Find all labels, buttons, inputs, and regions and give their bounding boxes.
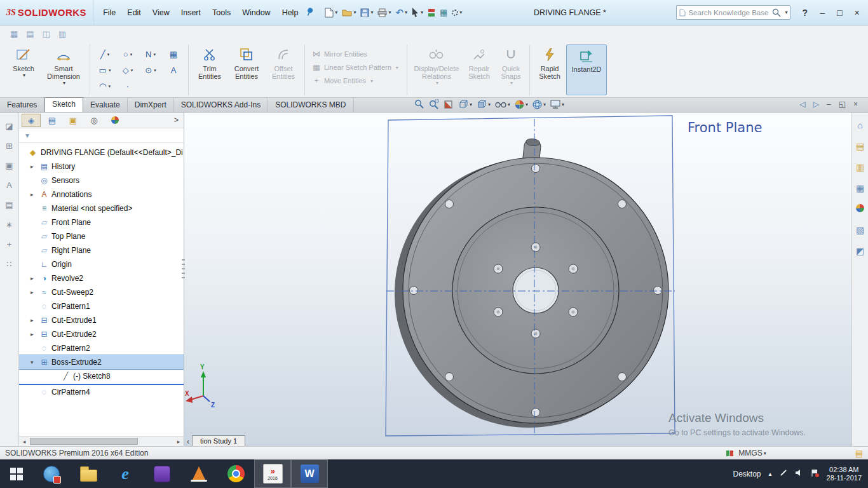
polygon-tool-button[interactable]: ◇▾ <box>116 62 139 78</box>
dimxpert-manager-tab[interactable]: ◎ <box>85 114 104 127</box>
mini-toolbar-icon-4[interactable]: ▥ <box>58 29 66 39</box>
menu-tools[interactable]: Tools <box>207 6 236 20</box>
volume-icon[interactable] <box>795 469 803 478</box>
search-icon[interactable] <box>772 8 781 17</box>
line-tool-button[interactable]: ╱▾ <box>93 46 116 62</box>
point-tool-button[interactable]: · <box>116 78 139 94</box>
dock-tool-8-icon[interactable]: ∷ <box>6 259 11 269</box>
taskbar-app-solidworks-2016[interactable]: »2016 <box>254 459 291 488</box>
tree-item-revolve2[interactable]: ▸◑Revolve2 <box>19 271 184 285</box>
tree-item-cirpattern2[interactable]: ◌CirPattern2 <box>19 341 184 355</box>
open-button[interactable]: ▾ <box>341 7 357 18</box>
desktop-label[interactable]: Desktop <box>733 470 761 478</box>
flange-model[interactable]: Front Plane Y X Z <box>184 112 851 446</box>
view-orientation-button[interactable]: ▾ <box>458 99 472 109</box>
trim-entities-button[interactable]: Trim Entities <box>192 44 227 95</box>
search-input[interactable] <box>688 9 770 17</box>
mini-toolbar-icon-1[interactable]: ▦ <box>10 29 18 39</box>
maximize-button[interactable]: □ <box>831 6 848 19</box>
ellipse-caret-icon[interactable]: ▾ <box>154 68 156 73</box>
tree-item-cut-sweep2[interactable]: ▸≈Cut-Sweep2 <box>19 285 184 299</box>
dock-tool-6-icon[interactable]: ∗ <box>6 220 13 229</box>
menu-view[interactable]: View <box>147 6 175 20</box>
tree-item-annotations[interactable]: ▸AAnnotations <box>19 187 184 201</box>
center-bore[interactable] <box>513 268 559 313</box>
solidworks-forum-icon[interactable]: ◩ <box>856 246 864 256</box>
edit-appearance-caret-icon[interactable]: ▾ <box>526 102 528 107</box>
expand-arrow-icon[interactable]: ▾ <box>31 359 37 365</box>
expand-arrow-icon[interactable]: ▸ <box>31 275 37 281</box>
solidworks-resources-icon[interactable]: ⌂ <box>857 120 862 130</box>
tree-item-sketch8[interactable]: ╱(-) Sketch8 <box>19 369 184 383</box>
tree-item-origin[interactable]: ∟Origin <box>19 257 184 271</box>
print-caret-icon[interactable]: ▾ <box>388 10 391 15</box>
spline-caret-icon[interactable]: ▾ <box>153 52 156 57</box>
menu-help[interactable]: Help <box>276 6 304 20</box>
taskbar-app-internet-explorer[interactable]: e <box>107 459 144 488</box>
text-tool-button[interactable]: A <box>162 62 185 78</box>
filter-icon[interactable]: ▼ <box>24 132 31 139</box>
section-view-button[interactable] <box>444 99 454 109</box>
taskbar-app-vlc[interactable] <box>180 459 217 488</box>
graphics-area[interactable]: Front Plane Y X Z Activate Windows Go to… <box>184 112 851 446</box>
rectangle-tool-button[interactable]: ▭▾ <box>93 62 116 78</box>
taskbar-app-chrome[interactable] <box>217 459 254 488</box>
undo-caret-icon[interactable]: ▾ <box>405 10 407 15</box>
display-delete-relations-button[interactable]: Display/Delete Relations ▾ <box>410 44 463 95</box>
select-button[interactable]: ▾ <box>410 6 424 18</box>
tree-item-sensors[interactable]: ◎Sensors <box>19 173 184 187</box>
expand-arrow-icon[interactable]: ▸ <box>31 331 37 337</box>
arc-caret-icon[interactable]: ▾ <box>108 84 111 89</box>
circle-tool-button[interactable]: ○▾ <box>116 46 139 62</box>
panel-splitter-grip[interactable] <box>182 259 185 278</box>
tab-sketch[interactable]: Sketch <box>44 97 83 112</box>
arc-tool-button[interactable]: ◠▾ <box>93 78 116 94</box>
tree-item-right-plane[interactable]: ▱Right Plane <box>19 243 184 257</box>
tab-scroll-left-icon[interactable]: ‹ <box>184 437 192 446</box>
new-document-button[interactable]: ▾ <box>323 6 339 19</box>
tab-dimxpert[interactable]: DimXpert <box>128 98 174 112</box>
scroll-left-icon[interactable]: ◂ <box>19 438 29 445</box>
sketch-pattern-tool-button[interactable]: ▦ <box>162 46 185 62</box>
settings-gear-caret-icon[interactable]: ▾ <box>459 10 462 15</box>
tree-item-cirpattern4[interactable]: ◌CirPattern4 <box>19 385 184 399</box>
mini-toolbar-icon-3[interactable]: ◫ <box>43 29 50 39</box>
taskbar-app-file-explorer[interactable] <box>70 459 107 488</box>
edit-appearance-button[interactable]: ▾ <box>515 100 528 109</box>
motion-study-tab[interactable]: tion Study 1 <box>192 435 245 446</box>
tree-item-cut-extrude2[interactable]: ▸⊟Cut-Extrude2 <box>19 327 184 341</box>
move-entities-button[interactable]: +Move Entities▾ <box>312 76 400 85</box>
display-manager-tab[interactable] <box>105 114 125 127</box>
taskbar-app-globe-app[interactable] <box>33 459 70 488</box>
mirror-entities-button[interactable]: ⋈Mirror Entities <box>312 50 400 58</box>
pen-input-icon[interactable] <box>780 469 787 478</box>
restore-window-icon[interactable]: ◱ <box>839 100 846 109</box>
apply-scene-button[interactable]: ▾ <box>532 100 546 109</box>
linear-sketch-pattern-button[interactable]: ▦Linear Sketch Pattern▾ <box>312 63 400 72</box>
polygon-caret-icon[interactable]: ▾ <box>131 68 133 73</box>
expand-arrow-icon[interactable]: ▸ <box>31 191 37 198</box>
units-caret-icon[interactable]: ▾ <box>764 451 766 456</box>
zoom-to-area-button[interactable] <box>429 99 439 109</box>
rapid-sketch-button[interactable]: Rapid Sketch <box>533 44 566 95</box>
scrollbar-thumb[interactable] <box>30 438 138 445</box>
expand-arrow-icon[interactable]: ▸ <box>31 317 37 323</box>
close-window-icon[interactable]: × <box>853 100 858 109</box>
panel-horizontal-scrollbar[interactable]: ◂ ▸ <box>19 436 184 446</box>
menu-edit[interactable]: Edit <box>121 6 147 20</box>
ellipse-tool-button[interactable]: ⊙▾ <box>139 62 162 78</box>
tab-solidworks-add-ins[interactable]: SOLIDWORKS Add-Ins <box>174 98 268 112</box>
convert-entities-button[interactable]: Convert Entities <box>227 44 266 95</box>
taskbar-app-app-purple[interactable] <box>144 459 180 488</box>
dock-tool-1-icon[interactable]: ◪ <box>5 121 13 131</box>
tab-features[interactable]: Features <box>0 98 44 112</box>
design-library-icon[interactable]: ▤ <box>856 141 864 151</box>
mini-toolbar-icon-2[interactable]: ▤ <box>26 29 34 39</box>
display-style-caret-icon[interactable]: ▾ <box>488 102 491 107</box>
smart-dimension-button[interactable]: Smart Dimension ▾ <box>41 44 86 95</box>
menu-insert[interactable]: Insert <box>175 6 207 20</box>
expand-arrow-icon[interactable]: ▸ <box>31 163 37 170</box>
feature-manager-tab[interactable]: ◈ <box>22 114 41 127</box>
hide-show-items-button[interactable]: ▾ <box>495 100 510 109</box>
scroll-right-icon[interactable]: ▸ <box>173 438 184 445</box>
